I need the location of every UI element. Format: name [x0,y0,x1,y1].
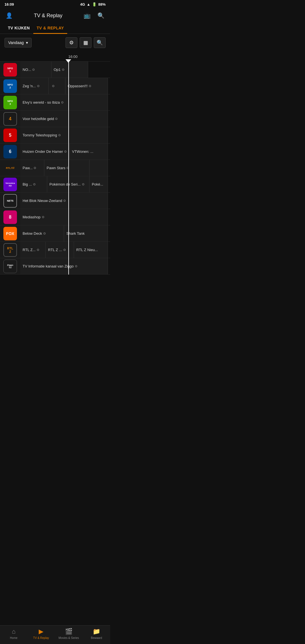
rtl7-logo: RTL7/// [3,161,17,175]
channel-logo-rtl5[interactable]: 5 [0,127,20,143]
pawn-stars-program: Pawn Stars [47,166,65,170]
program-block[interactable]: Zeg 'n...⊙ [20,78,49,94]
channel-logo-npo2[interactable]: NPO2 [0,78,20,94]
channel-logo-sbs6[interactable]: 6 [0,143,20,160]
signal-icon: ▲ [87,2,90,6]
program-block[interactable]: Op1⊙ [51,62,88,78]
program-name: Shark Tank [66,231,85,236]
channel-logo-rtlz[interactable]: RTLZ [0,242,20,258]
network-indicator: 4G [80,2,85,6]
programs-fox: Below Deck⊙ Shark Tank [20,225,110,242]
replay-icon: ⊙ [52,84,55,88]
status-time: 16:09 [5,2,14,6]
search-button[interactable]: 🔍 [96,11,106,20]
program-block[interactable]: Mediashop⊙ [20,209,108,225]
profile-button[interactable]: 👤 [5,11,14,20]
program-block[interactable]: Paw...⊙ [20,160,44,176]
tab-bar: TV KIJKEN TV & REPLAY [0,23,110,34]
program-name: Voor hetzelfde geld [23,117,54,121]
program-name: Oppassen!!! [68,84,88,88]
npo1-logo: NPO1 [3,63,17,77]
program-name: Big ... [23,182,32,186]
channel-logo-rtl4[interactable]: 4 [0,111,20,127]
replay-icon: ⊙ [63,248,66,252]
replay-icon: ⊙ [33,182,36,186]
programs-veronica: Big ...⊙ Pokémon de Seri...⊙ Poké... [20,176,110,192]
program-block[interactable]: Poké... [90,176,108,192]
program-block[interactable]: Pawn Stars⊙ [44,160,90,176]
program-block[interactable]: Pokémon de Seri...⊙ [47,176,90,192]
channel-logo-net5[interactable]: NET5 [0,193,20,209]
day-label: Vandaag [8,40,24,45]
guide-search-button[interactable]: 🔍 [94,37,106,48]
channel-logo-fox[interactable]: FOX [0,225,20,242]
programs-rtl8: Mediashop⊙ [20,209,110,225]
grid-view-button[interactable]: ▦ [80,37,91,48]
program-name: Below Deck [23,231,42,236]
programs-rtl5: Tommy Teleshopping⊙ [20,127,110,143]
replay-icon: ⊙ [32,68,35,71]
tab-tv-kijken[interactable]: TV KIJKEN [5,23,33,34]
tab-tv-replay[interactable]: TV & REPLAY [33,23,67,34]
program-name: Elvy's wereld - so Ibiza [23,100,60,105]
filter-icons: ⚙ ▦ 🔍 [66,37,106,48]
replay-icon: ⊙ [37,248,39,252]
fox-logo: FOX [3,227,17,240]
program-block[interactable]: TV Informatie kanaal van Ziggo⊙ [20,258,108,274]
battery-icon: 🔋 [92,2,97,6]
program-block[interactable]: Elvy's wereld - so Ibiza⊙ [20,94,108,110]
cast-button[interactable]: 📺 [82,11,92,20]
program-name: VTWonen: ... [72,149,93,154]
channel-logo-veronica[interactable]: VeronicaXD [0,176,20,192]
channel-logo-npo3[interactable]: NPO3 [0,94,20,110]
program-block[interactable]: VTWonen: ... [70,143,108,160]
filter-settings-button[interactable]: ⚙ [66,37,77,48]
channel-row: RTLZ RTL Z...⊙ RTL Z ...⊙ RTL Z Nieu... [0,242,110,258]
channel-logo-rtl7[interactable]: RTL7/// [0,160,20,176]
channel-logo-rtl8[interactable]: 8 [0,209,20,225]
program-block[interactable]: ⊙ [49,78,66,94]
program-block[interactable]: NO...⊙ [20,62,51,78]
program-block[interactable]: RTL Z...⊙ [20,242,46,258]
replay-icon: ⊙ [63,199,66,203]
program-name: RTL Z... [23,248,36,252]
channel-logo-npo1[interactable]: NPO1 [0,62,20,78]
program-name: TV Informatie kanaal van Ziggo [23,264,74,268]
program-block[interactable]: Below Deck⊙ [20,225,64,242]
npo3-logo: NPO3 [3,96,17,109]
day-selector[interactable]: Vandaag ▾ [5,38,32,47]
programs-rtlz: RTL Z...⊙ RTL Z ...⊙ RTL Z Nieu... [20,242,110,258]
sbs6-logo: 6 [3,145,17,158]
channel-row: ZiggoTV TV Informatie kanaal van Ziggo⊙ [0,258,110,275]
program-name: Poké... [92,182,103,186]
status-right: 4G ▲ 🔋 88% [80,2,106,6]
program-block[interactable]: RTL Z ...⊙ [46,242,74,258]
channel-row: 6 Huizen Onder De Hamer⊙ VTWonen: ... [0,143,110,160]
programs-rtl4: Voor hetzelfde geld⊙ [20,111,110,127]
program-block[interactable]: Shark Tank [64,225,108,242]
header: 👤 TV & Replay 📺 🔍 [0,9,110,23]
program-block[interactable]: Huizen Onder De Hamer⊙ [20,143,70,160]
battery-level: 88% [98,2,106,6]
programs-sbs6: Huizen Onder De Hamer⊙ VTWonen: ... [20,143,110,160]
program-block[interactable] [90,160,108,176]
ziggo-logo: ZiggoTV [3,260,17,273]
channel-logo-ziggo[interactable]: ZiggoTV [0,258,20,274]
channel-row: VeronicaXD Big ...⊙ Pokémon de Seri...⊙ … [0,176,110,193]
replay-icon: ⊙ [61,101,64,104]
program-name: RTL Z Nieu... [76,248,98,252]
channel-row: RTL7/// Paw...⊙ Pawn Stars⊙ [0,160,110,176]
program-block[interactable]: Oppassen!!!⊙ [66,78,108,94]
program-block[interactable]: RTL Z Nieu... [74,242,108,258]
program-name: Het Blok Nieuw-Zeeland [23,199,62,203]
channel-row: 8 Mediashop⊙ [0,209,110,225]
program-block[interactable]: Big ...⊙ [20,176,47,192]
tv-guide: 16:00 NPO1 NO...⊙ Op1⊙ [0,51,110,275]
program-block[interactable]: Het Blok Nieuw-Zeeland⊙ [20,193,108,209]
replay-icon: ⊙ [89,84,91,88]
veronica-logo: VeronicaXD [3,178,17,191]
programs-net5: Het Blok Nieuw-Zeeland⊙ [20,193,110,209]
program-block[interactable]: Tommy Teleshopping⊙ [20,127,108,143]
program-block[interactable]: Voor hetzelfde geld⊙ [20,111,108,127]
rtl8-logo: 8 [3,210,17,224]
